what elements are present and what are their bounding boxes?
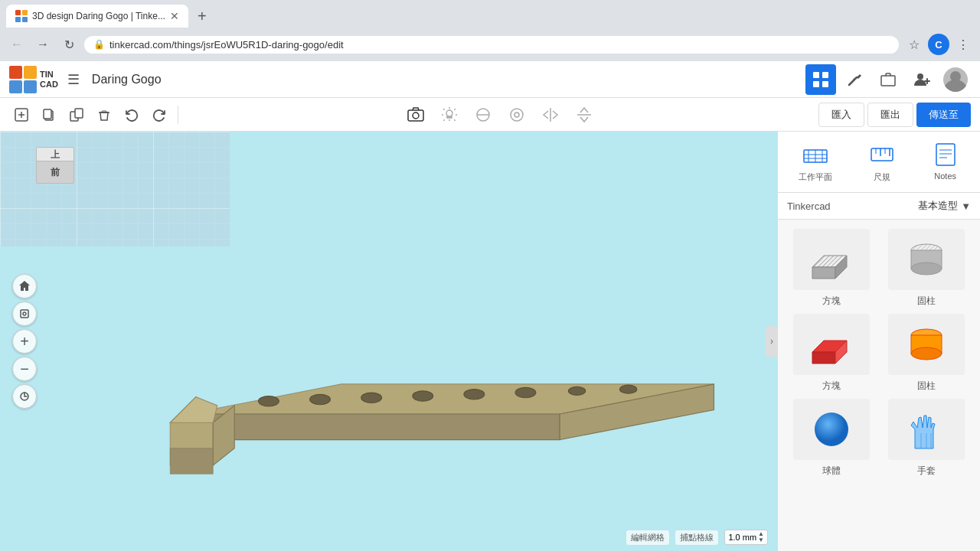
refresh-button[interactable]: ↻ xyxy=(58,34,80,55)
svg-point-43 xyxy=(464,390,485,399)
snap-value[interactable]: 1.0 mm ▲▼ xyxy=(724,530,768,545)
address-bar: ← → ↻ 🔒 tinkercad.com/things/jsrEoWU5R1D… xyxy=(0,28,980,61)
delete-button[interactable] xyxy=(92,103,116,127)
svg-point-42 xyxy=(413,391,433,401)
duplicate-button[interactable] xyxy=(64,103,89,127)
add-shape-button[interactable] xyxy=(9,103,34,127)
undo-button[interactable] xyxy=(119,103,144,127)
logo-cell-1 xyxy=(9,66,22,79)
export-button[interactable]: 匯出 xyxy=(867,103,913,127)
panel-toggle-button[interactable]: › xyxy=(766,326,777,357)
workplane-label: 工作平面 xyxy=(799,171,832,183)
svg-marker-50 xyxy=(170,397,217,423)
grid-view-button[interactable] xyxy=(805,64,836,95)
shape-thumb-blue-sphere xyxy=(793,399,870,460)
svg-marker-51 xyxy=(170,448,213,474)
snap-grid-label: 捕點格線 xyxy=(675,530,718,545)
svg-point-24 xyxy=(446,110,452,116)
workplane-tool[interactable]: 工作平面 xyxy=(792,138,838,186)
svg-point-81 xyxy=(815,412,848,446)
pickaxe-button[interactable] xyxy=(839,64,870,95)
viewport[interactable]: 上 前 xyxy=(0,132,777,551)
back-button[interactable]: ← xyxy=(6,34,28,55)
browser-chrome: 3D design Daring Gogo | Tinke... ✕ + ← →… xyxy=(0,0,980,61)
svg-point-39 xyxy=(259,396,279,406)
import-button[interactable]: 匯入 xyxy=(818,103,864,127)
svg-point-45 xyxy=(568,386,585,395)
profile-button[interactable]: C xyxy=(928,34,949,55)
url-bar[interactable]: 🔒 tinkercad.com/things/jsrEoWU5R1D-darin… xyxy=(84,36,899,54)
user-avatar[interactable] xyxy=(940,64,971,95)
svg-rect-6 xyxy=(813,81,819,87)
svg-marker-69 xyxy=(812,267,835,279)
panel-tools: 工作平面 尺規 xyxy=(778,132,980,193)
edit-grid-label[interactable]: 編輯網格 xyxy=(626,530,669,545)
svg-rect-1 xyxy=(22,10,28,15)
shape-label-gray-box: 方塊 xyxy=(822,295,841,308)
flip-h-button[interactable] xyxy=(537,101,564,129)
light-button[interactable] xyxy=(436,101,463,129)
send-button[interactable]: 傳送至 xyxy=(916,103,971,127)
toolbar-center xyxy=(185,101,815,129)
svg-rect-3 xyxy=(22,17,28,22)
right-panel: 工作平面 尺規 xyxy=(777,132,980,551)
topbar-right xyxy=(805,64,971,95)
align-button[interactable] xyxy=(503,101,531,129)
copy-button[interactable] xyxy=(37,103,61,127)
bookmark-button[interactable]: ☆ xyxy=(903,34,925,55)
dropdown-arrow-icon: ▼ xyxy=(961,201,971,212)
add-person-button[interactable] xyxy=(906,64,937,95)
svg-rect-4 xyxy=(813,72,819,78)
shape-thumb-orange-cylinder xyxy=(888,314,965,375)
tinkercad-app: TINCAD ☰ Daring Gogo xyxy=(0,61,980,551)
shapes-category-dropdown[interactable]: 基本造型 ▼ xyxy=(918,199,971,213)
svg-rect-5 xyxy=(822,72,828,78)
svg-rect-20 xyxy=(75,109,83,118)
redo-button[interactable] xyxy=(147,103,172,127)
shape-item-orange-cylinder[interactable]: 固柱 xyxy=(882,314,971,393)
svg-point-41 xyxy=(361,393,382,403)
shape-item-glove[interactable]: 手套 xyxy=(882,399,971,478)
shapes-brand: Tinkercad xyxy=(787,201,831,212)
svg-marker-76 xyxy=(812,352,835,364)
new-tab-button[interactable]: + xyxy=(191,5,213,27)
svg-rect-0 xyxy=(15,10,21,15)
svg-point-23 xyxy=(413,112,419,119)
shape-item-gray-box[interactable]: 方塊 xyxy=(787,229,876,308)
shape-item-gray-cylinder[interactable]: 固柱 xyxy=(882,229,971,308)
logo-cell-4 xyxy=(24,80,37,93)
shape-thumb-glove xyxy=(888,399,965,460)
shape-item-blue-sphere[interactable]: 球體 xyxy=(787,399,876,478)
project-title: Daring Gogo xyxy=(92,73,799,86)
flip-v-button[interactable] xyxy=(570,101,598,129)
notes-tool[interactable]: Notes xyxy=(926,138,965,186)
tab-bar: 3D design Daring Gogo | Tinke... ✕ + xyxy=(0,0,980,28)
forward-button[interactable]: → xyxy=(32,34,54,55)
active-tab[interactable]: 3D design Daring Gogo | Tinke... ✕ xyxy=(6,5,188,28)
tab-favicon xyxy=(15,10,28,22)
shapes-grid: 方塊 xyxy=(778,220,980,487)
shape-thumb-gray-box xyxy=(793,229,870,290)
svg-point-40 xyxy=(310,394,331,404)
ruler-tool[interactable]: 尺規 xyxy=(862,138,902,186)
gallery-button[interactable] xyxy=(873,64,903,95)
scene-3d xyxy=(0,132,777,551)
ruler-icon xyxy=(868,141,896,168)
camera-button[interactable] xyxy=(402,101,430,129)
svg-point-26 xyxy=(511,109,523,121)
url-text: tinkercad.com/things/jsrEoWU5R1D-daring-… xyxy=(109,39,890,51)
shape-label-orange-cylinder: 固柱 xyxy=(917,380,936,393)
app-topbar: TINCAD ☰ Daring Gogo xyxy=(0,61,980,98)
menu-button[interactable]: ⋮ xyxy=(952,34,974,55)
ruler-label: 尺規 xyxy=(874,171,890,183)
svg-rect-63 xyxy=(936,144,955,165)
logo-text: TINCAD xyxy=(40,70,58,88)
shape-button[interactable] xyxy=(469,101,497,129)
shape-item-red-box[interactable]: 方塊 xyxy=(787,314,876,393)
snap-stepper[interactable]: ▲▼ xyxy=(758,531,764,543)
tab-close-btn[interactable]: ✕ xyxy=(170,10,179,22)
svg-marker-37 xyxy=(188,414,560,440)
workplane-icon xyxy=(802,141,829,168)
menu-icon[interactable]: ☰ xyxy=(64,68,83,91)
shapes-category-label: 基本造型 xyxy=(918,199,958,213)
